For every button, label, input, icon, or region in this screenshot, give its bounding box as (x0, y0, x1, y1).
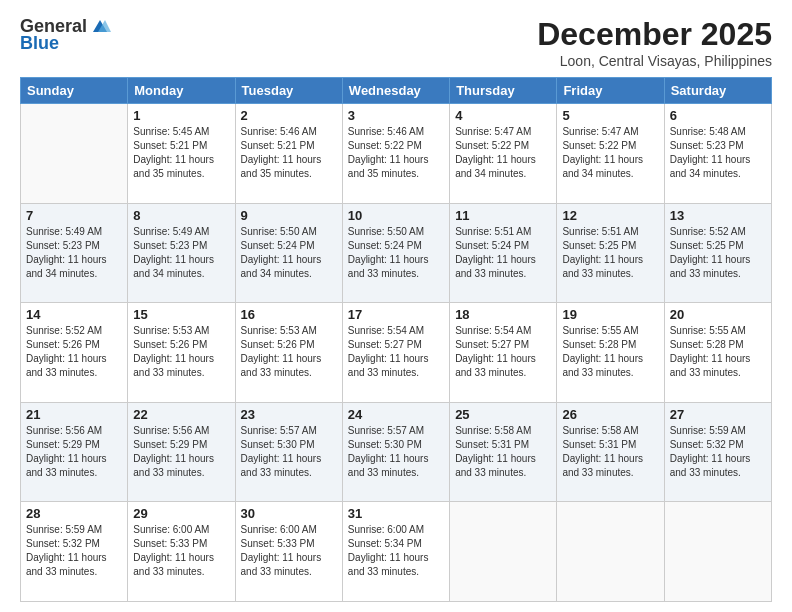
day-info: Sunrise: 5:58 AMSunset: 5:31 PMDaylight:… (455, 425, 536, 478)
calendar-cell (557, 502, 664, 602)
calendar-cell: 3 Sunrise: 5:46 AMSunset: 5:22 PMDayligh… (342, 104, 449, 204)
day-info: Sunrise: 5:54 AMSunset: 5:27 PMDaylight:… (348, 325, 429, 378)
calendar-cell: 14 Sunrise: 5:52 AMSunset: 5:26 PMDaylig… (21, 303, 128, 403)
day-info: Sunrise: 5:47 AMSunset: 5:22 PMDaylight:… (562, 126, 643, 179)
day-info: Sunrise: 5:59 AMSunset: 5:32 PMDaylight:… (26, 524, 107, 577)
day-number: 13 (670, 208, 766, 223)
logo-icon (89, 18, 111, 36)
calendar-title: December 2025 (537, 16, 772, 53)
day-info: Sunrise: 5:59 AMSunset: 5:32 PMDaylight:… (670, 425, 751, 478)
day-info: Sunrise: 5:49 AMSunset: 5:23 PMDaylight:… (26, 226, 107, 279)
day-number: 12 (562, 208, 658, 223)
calendar-cell: 16 Sunrise: 5:53 AMSunset: 5:26 PMDaylig… (235, 303, 342, 403)
calendar-cell: 12 Sunrise: 5:51 AMSunset: 5:25 PMDaylig… (557, 203, 664, 303)
calendar-cell: 5 Sunrise: 5:47 AMSunset: 5:22 PMDayligh… (557, 104, 664, 204)
header-tuesday: Tuesday (235, 78, 342, 104)
day-number: 10 (348, 208, 444, 223)
calendar-cell: 29 Sunrise: 6:00 AMSunset: 5:33 PMDaylig… (128, 502, 235, 602)
header-friday: Friday (557, 78, 664, 104)
day-info: Sunrise: 5:45 AMSunset: 5:21 PMDaylight:… (133, 126, 214, 179)
day-info: Sunrise: 5:48 AMSunset: 5:23 PMDaylight:… (670, 126, 751, 179)
day-info: Sunrise: 6:00 AMSunset: 5:34 PMDaylight:… (348, 524, 429, 577)
day-info: Sunrise: 6:00 AMSunset: 5:33 PMDaylight:… (133, 524, 214, 577)
header: General Blue December 2025 Loon, Central… (20, 16, 772, 69)
day-number: 7 (26, 208, 122, 223)
day-number: 2 (241, 108, 337, 123)
calendar-cell (664, 502, 771, 602)
calendar-cell: 28 Sunrise: 5:59 AMSunset: 5:32 PMDaylig… (21, 502, 128, 602)
day-info: Sunrise: 5:49 AMSunset: 5:23 PMDaylight:… (133, 226, 214, 279)
day-number: 15 (133, 307, 229, 322)
day-info: Sunrise: 5:53 AMSunset: 5:26 PMDaylight:… (133, 325, 214, 378)
day-number: 23 (241, 407, 337, 422)
day-info: Sunrise: 5:50 AMSunset: 5:24 PMDaylight:… (348, 226, 429, 279)
day-info: Sunrise: 5:57 AMSunset: 5:30 PMDaylight:… (241, 425, 322, 478)
day-number: 28 (26, 506, 122, 521)
day-number: 19 (562, 307, 658, 322)
header-saturday: Saturday (664, 78, 771, 104)
day-info: Sunrise: 5:53 AMSunset: 5:26 PMDaylight:… (241, 325, 322, 378)
logo-blue-text: Blue (20, 33, 59, 54)
header-wednesday: Wednesday (342, 78, 449, 104)
calendar-cell: 1 Sunrise: 5:45 AMSunset: 5:21 PMDayligh… (128, 104, 235, 204)
day-info: Sunrise: 5:47 AMSunset: 5:22 PMDaylight:… (455, 126, 536, 179)
calendar-week-row: 14 Sunrise: 5:52 AMSunset: 5:26 PMDaylig… (21, 303, 772, 403)
calendar-cell: 22 Sunrise: 5:56 AMSunset: 5:29 PMDaylig… (128, 402, 235, 502)
calendar-week-row: 1 Sunrise: 5:45 AMSunset: 5:21 PMDayligh… (21, 104, 772, 204)
calendar-cell: 23 Sunrise: 5:57 AMSunset: 5:30 PMDaylig… (235, 402, 342, 502)
calendar-cell: 24 Sunrise: 5:57 AMSunset: 5:30 PMDaylig… (342, 402, 449, 502)
day-info: Sunrise: 5:51 AMSunset: 5:24 PMDaylight:… (455, 226, 536, 279)
day-info: Sunrise: 5:51 AMSunset: 5:25 PMDaylight:… (562, 226, 643, 279)
day-number: 4 (455, 108, 551, 123)
day-info: Sunrise: 5:46 AMSunset: 5:21 PMDaylight:… (241, 126, 322, 179)
calendar-cell: 25 Sunrise: 5:58 AMSunset: 5:31 PMDaylig… (450, 402, 557, 502)
day-info: Sunrise: 5:55 AMSunset: 5:28 PMDaylight:… (670, 325, 751, 378)
day-number: 9 (241, 208, 337, 223)
day-number: 27 (670, 407, 766, 422)
weekday-header-row: Sunday Monday Tuesday Wednesday Thursday… (21, 78, 772, 104)
day-number: 24 (348, 407, 444, 422)
calendar-cell: 10 Sunrise: 5:50 AMSunset: 5:24 PMDaylig… (342, 203, 449, 303)
calendar-cell (21, 104, 128, 204)
calendar-table: Sunday Monday Tuesday Wednesday Thursday… (20, 77, 772, 602)
day-info: Sunrise: 5:46 AMSunset: 5:22 PMDaylight:… (348, 126, 429, 179)
day-number: 6 (670, 108, 766, 123)
calendar-week-row: 7 Sunrise: 5:49 AMSunset: 5:23 PMDayligh… (21, 203, 772, 303)
calendar-week-row: 21 Sunrise: 5:56 AMSunset: 5:29 PMDaylig… (21, 402, 772, 502)
day-info: Sunrise: 6:00 AMSunset: 5:33 PMDaylight:… (241, 524, 322, 577)
calendar-cell: 4 Sunrise: 5:47 AMSunset: 5:22 PMDayligh… (450, 104, 557, 204)
calendar-cell: 20 Sunrise: 5:55 AMSunset: 5:28 PMDaylig… (664, 303, 771, 403)
day-number: 5 (562, 108, 658, 123)
day-number: 3 (348, 108, 444, 123)
calendar-cell: 31 Sunrise: 6:00 AMSunset: 5:34 PMDaylig… (342, 502, 449, 602)
day-number: 31 (348, 506, 444, 521)
calendar-cell: 21 Sunrise: 5:56 AMSunset: 5:29 PMDaylig… (21, 402, 128, 502)
day-number: 21 (26, 407, 122, 422)
calendar-cell (450, 502, 557, 602)
logo: General Blue (20, 16, 111, 54)
day-info: Sunrise: 5:52 AMSunset: 5:26 PMDaylight:… (26, 325, 107, 378)
calendar-cell: 13 Sunrise: 5:52 AMSunset: 5:25 PMDaylig… (664, 203, 771, 303)
calendar-cell: 15 Sunrise: 5:53 AMSunset: 5:26 PMDaylig… (128, 303, 235, 403)
day-number: 8 (133, 208, 229, 223)
calendar-cell: 11 Sunrise: 5:51 AMSunset: 5:24 PMDaylig… (450, 203, 557, 303)
day-number: 20 (670, 307, 766, 322)
calendar-cell: 19 Sunrise: 5:55 AMSunset: 5:28 PMDaylig… (557, 303, 664, 403)
header-monday: Monday (128, 78, 235, 104)
calendar-cell: 26 Sunrise: 5:58 AMSunset: 5:31 PMDaylig… (557, 402, 664, 502)
day-info: Sunrise: 5:58 AMSunset: 5:31 PMDaylight:… (562, 425, 643, 478)
calendar-subtitle: Loon, Central Visayas, Philippines (537, 53, 772, 69)
day-number: 14 (26, 307, 122, 322)
day-info: Sunrise: 5:57 AMSunset: 5:30 PMDaylight:… (348, 425, 429, 478)
calendar-cell: 8 Sunrise: 5:49 AMSunset: 5:23 PMDayligh… (128, 203, 235, 303)
calendar-cell: 2 Sunrise: 5:46 AMSunset: 5:21 PMDayligh… (235, 104, 342, 204)
page: General Blue December 2025 Loon, Central… (0, 0, 792, 612)
day-number: 26 (562, 407, 658, 422)
day-number: 29 (133, 506, 229, 521)
day-number: 1 (133, 108, 229, 123)
day-info: Sunrise: 5:55 AMSunset: 5:28 PMDaylight:… (562, 325, 643, 378)
day-number: 17 (348, 307, 444, 322)
day-number: 18 (455, 307, 551, 322)
header-sunday: Sunday (21, 78, 128, 104)
day-number: 25 (455, 407, 551, 422)
